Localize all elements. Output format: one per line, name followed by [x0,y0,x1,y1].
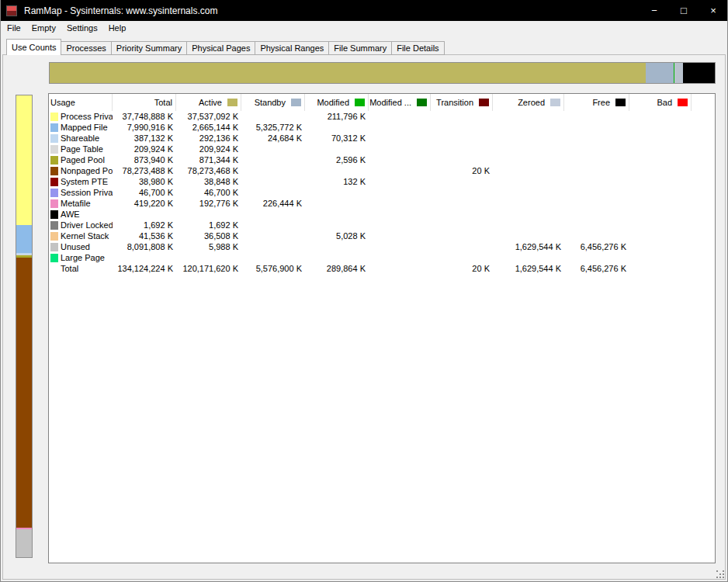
value-cell [629,133,692,144]
tab-physical-pages[interactable]: Physical Pages [186,41,255,55]
table-row-large-page[interactable]: Large Page [49,252,715,263]
hbar-segment-standby [646,63,674,83]
value-cell: 5,028 K [305,230,369,241]
usage-cell: Page Table [49,144,113,154]
table-row-awe[interactable]: AWE [49,209,715,220]
value-cell [493,198,564,209]
value-cell [564,154,629,165]
table-row-kernel-stack[interactable]: Kernel Stack41,536 K36,508 K5,028 K [49,230,715,241]
column-header-total[interactable]: Total [113,94,176,111]
table-row-unused[interactable]: Unused8,091,808 K5,988 K1,629,544 K6,456… [49,241,715,252]
value-cell: 292,136 K [176,133,241,144]
table-row-page-table[interactable]: Page Table209,924 K209,924 K [49,144,715,154]
table-row-paged-pool[interactable]: Paged Pool873,940 K871,344 K2,596 K [49,154,715,165]
transition-color-swatch [479,99,489,106]
menu-item-help[interactable]: Help [103,21,132,35]
value-cell [369,198,431,209]
column-header-modified[interactable]: Modified ... [369,94,431,111]
value-cell [564,144,629,154]
swatch-spacer [50,265,58,273]
value-cell: 209,924 K [113,144,176,154]
table-row-shareable[interactable]: Shareable387,132 K292,136 K24,684 K70,31… [49,133,715,144]
tab-page-use-counts: UsageTotalActiveStandbyModifiedModified … [2,54,726,580]
usage-cell: AWE [49,209,113,220]
usage-cell: Kernel Stack [49,230,113,241]
value-cell: 38,980 K [113,176,176,187]
value-cell [564,220,629,230]
value-cell [113,209,176,220]
awe-color-swatch [50,210,58,219]
column-header-free[interactable]: Free [564,94,629,111]
column-header-usage[interactable]: Usage [49,94,113,111]
value-cell [431,111,493,122]
column-label: Free [592,98,610,107]
menu-item-empty[interactable]: Empty [26,21,61,35]
value-cell: 6,456,276 K [564,241,629,252]
value-cell: 1,692 K [113,220,176,230]
column-header-bad[interactable]: Bad [629,94,692,111]
table-row-session-private[interactable]: Session Private46,700 K46,700 K [49,187,715,198]
value-cell [564,187,629,198]
rammap-app-icon [6,5,17,16]
menu-item-settings[interactable]: Settings [61,21,103,35]
tab-use-counts[interactable]: Use Counts [6,39,61,55]
value-cell: 873,940 K [113,154,176,165]
value-cell: 132 K [305,176,369,187]
menu-item-file[interactable]: File [2,21,26,35]
value-cell: 37,748,888 K [113,111,176,122]
tab-file-summary[interactable]: File Summary [328,41,392,55]
tab-file-details[interactable]: File Details [391,41,444,55]
value-cell [629,263,692,274]
vbar-segment-mapped-file [16,225,32,252]
value-cell [431,144,493,154]
table-row-driver-locked[interactable]: Driver Locked1,692 K1,692 K [49,220,715,230]
value-cell [431,230,493,241]
value-cell [493,133,564,144]
value-cell [241,111,305,122]
value-cell [629,187,692,198]
value-cell [369,209,431,220]
tab-physical-ranges[interactable]: Physical Ranges [255,41,329,55]
table-row-nonpaged-pool[interactable]: Nonpaged Pool78,273,488 K78,273,468 K20 … [49,165,715,176]
kernel-stack-color-swatch [50,232,58,241]
value-cell: 192,776 K [176,198,241,209]
table-row-metafile[interactable]: Metafile419,220 K192,776 K226,444 K [49,198,715,209]
nonpaged-pool-color-swatch [50,167,58,175]
title-bar: RamMap - Sysinternals: www.sysinternals.… [0,0,728,21]
driver-locked-color-swatch [50,221,58,230]
table-row-total[interactable]: Total134,124,224 K120,171,620 K5,576,900… [49,263,715,274]
column-header-active[interactable]: Active [176,94,241,111]
column-header-transition[interactable]: Transition [431,94,493,111]
value-cell [113,252,176,263]
column-header-modified[interactable]: Modified [305,94,369,111]
table-row-system-pte[interactable]: System PTE38,980 K38,848 K132 K [49,176,715,187]
value-cell [431,122,493,133]
column-header-standby[interactable]: Standby [241,94,305,111]
column-header-zeroed[interactable]: Zeroed [493,94,564,111]
titlebar-maximize-button[interactable]: □ [669,0,699,21]
usage-label: Driver Locked [61,220,113,230]
tab-strip: Use CountsProcessesPriority SummaryPhysi… [6,39,445,55]
hbar-segment-zeroed [674,63,682,83]
table-row-mapped-file[interactable]: Mapped File7,990,916 K2,665,144 K5,325,7… [49,122,715,133]
value-cell: 37,537,092 K [176,111,241,122]
tab-processes[interactable]: Processes [61,41,111,55]
titlebar-close-button[interactable]: × [699,0,728,21]
resize-grip-icon[interactable] [716,570,725,579]
free-color-swatch [615,99,626,106]
value-cell [369,187,431,198]
value-cell [305,220,369,230]
table-row-process-private[interactable]: Process Private37,748,888 K37,537,092 K2… [49,111,715,122]
modified-color-swatch [417,99,427,106]
value-cell [305,165,369,176]
column-label: Bad [657,98,672,107]
value-cell [629,252,692,263]
value-cell [369,252,431,263]
window-title: RamMap - Sysinternals: www.sysinternals.… [24,5,217,16]
value-cell [241,252,305,263]
value-cell: 78,273,488 K [113,165,176,176]
tab-priority-summary[interactable]: Priority Summary [111,41,187,55]
column-label: Standby [255,98,286,107]
value-cell [305,122,369,133]
titlebar-minimize-button[interactable]: − [640,0,669,21]
